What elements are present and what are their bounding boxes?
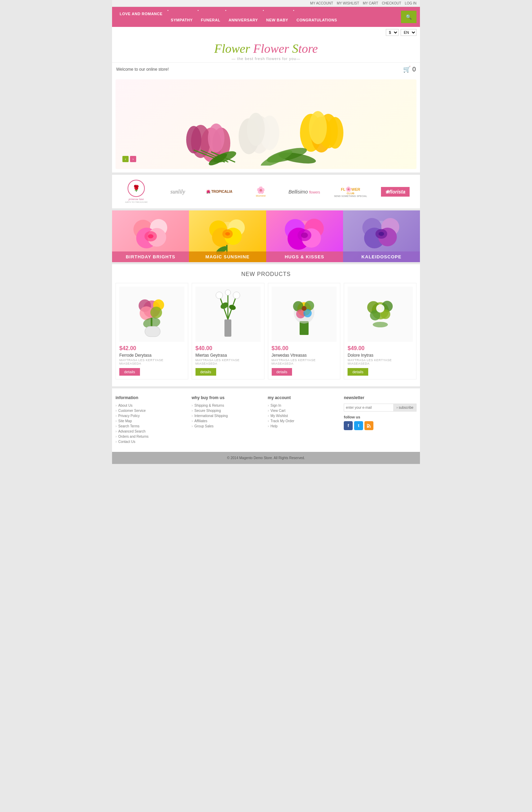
- brand-tropicalia: 🌺 TROPICALIA: [205, 190, 233, 194]
- nav-dot: ●: [167, 9, 169, 11]
- twitter-icon[interactable]: t: [354, 421, 363, 430]
- currency-selector[interactable]: $ €: [386, 29, 399, 36]
- nav-item-new-baby[interactable]: NEW BABY: [262, 13, 292, 27]
- nav-dot: ●: [293, 9, 294, 11]
- category-sunshine[interactable]: MAGIC SUNSHINE: [189, 210, 266, 262]
- brand-flowerclub: FL🌸WER CLUB Send Something Special: [334, 186, 367, 197]
- product-price-3: $36.00: [272, 345, 337, 351]
- details-button-4[interactable]: details: [348, 368, 368, 376]
- footer-link-shipping[interactable]: Shipping & Returns: [192, 404, 264, 407]
- footer-information-title: information: [116, 395, 188, 400]
- footer-link-intl-shipping[interactable]: International Shipping: [192, 414, 264, 418]
- product-svg-4: [358, 288, 403, 340]
- site-logo[interactable]: Flower Flower Store: [112, 41, 420, 56]
- hero-banner-inner: ‹ ›: [116, 79, 416, 169]
- nav-dot: ●: [225, 9, 227, 11]
- product-image-4: [348, 287, 413, 342]
- facebook-icon[interactable]: f: [344, 421, 353, 430]
- category-kaleidoscope[interactable]: KALEIDOSCOPE: [343, 210, 420, 262]
- category-label-sunshine: MAGIC SUNSHINE: [189, 251, 266, 262]
- footer-link-advanced-search[interactable]: Advanced Search: [116, 429, 188, 433]
- tagline: the best fresh flowers for you: [112, 57, 420, 61]
- footer-link-contact[interactable]: Contact Us: [116, 440, 188, 444]
- footer-my-account: my account Sign In View Cart My Wishlist…: [268, 395, 341, 445]
- brand-bellisimo: Bellisimo flowers: [289, 189, 320, 195]
- svg-point-51: [379, 232, 384, 236]
- product-card-2: $40.00 Miertas Geytrasa MAYTRASA LES KER…: [192, 283, 264, 379]
- nav-item-sympathy[interactable]: SYMPATHY: [167, 13, 197, 27]
- svg-point-13: [247, 113, 265, 146]
- details-button-1[interactable]: details: [119, 368, 140, 376]
- category-birthday[interactable]: BIRTHDAY BRIGHTS: [112, 210, 189, 262]
- product-name-4: Dolore Inytras: [348, 353, 413, 358]
- newsletter-subscribe-button[interactable]: › subscribe: [394, 404, 416, 412]
- svg-point-85: [367, 426, 368, 428]
- welcome-text: Welcome to our online store!: [116, 67, 169, 72]
- site-header: Flower Flower Store the best fresh flowe…: [112, 38, 420, 62]
- footer-link-my-wishlist[interactable]: My Wishlist: [268, 414, 341, 418]
- product-svg-3: [282, 288, 327, 340]
- brands-bar: 🌹 primrose lane ARTS TO TREASURE sunlily…: [112, 175, 420, 208]
- details-button-3[interactable]: details: [272, 368, 292, 376]
- banner-next-button[interactable]: ›: [130, 156, 136, 162]
- new-products-section: NEW PRODUCTS $42.00 Ferrode Derytasa MAY…: [112, 264, 420, 386]
- footer-link-privacy[interactable]: Privacy Policy: [116, 414, 188, 418]
- nav-item-anniversary[interactable]: ANNIVERSARY: [224, 13, 262, 27]
- footer-link-sitemap[interactable]: Site Map: [116, 419, 188, 423]
- rss-icon[interactable]: [364, 421, 373, 430]
- product-sub-3: MAYTRASA LES KERTYASE MIASEASEDA: [272, 358, 337, 365]
- footer-link-affiliates[interactable]: Affiliates: [192, 419, 264, 423]
- cart-icon[interactable]: 🛒 0: [403, 66, 416, 73]
- nav-item-love-romance[interactable]: LOVE AND ROMANCE: [116, 7, 167, 21]
- utility-bar: $ € EN FR: [112, 27, 420, 38]
- logo-main: Flower: [214, 42, 250, 56]
- footer-link-track-order[interactable]: Track My Order: [268, 419, 341, 423]
- brand-florista: ❀florista: [381, 187, 410, 197]
- language-selector[interactable]: EN FR: [401, 29, 416, 36]
- svg-rect-60: [224, 319, 231, 337]
- my-cart-link[interactable]: MY CART: [363, 1, 378, 5]
- product-name-3: Jerwedas Vtreasas: [272, 353, 337, 358]
- nav-item-congratulations[interactable]: CONGRATULATIONS: [292, 13, 341, 27]
- footer-link-group-sales[interactable]: Group Sales: [192, 424, 264, 428]
- footer-main: information About Us Customer Service Pr…: [112, 388, 420, 452]
- banner-prev-button[interactable]: ‹: [122, 156, 129, 162]
- svg-point-35: [225, 232, 230, 236]
- product-name-1: Ferrode Derytasa: [119, 353, 184, 358]
- svg-point-66: [233, 292, 240, 299]
- search-button[interactable]: 🔍: [401, 11, 416, 23]
- footer-why-buy-title: why buy from us: [192, 395, 264, 400]
- logo-accent: [250, 42, 253, 56]
- svg-point-17: [309, 111, 327, 144]
- svg-point-84: [378, 306, 381, 309]
- nav-dot: ●: [198, 9, 199, 11]
- footer-link-about[interactable]: About Us: [116, 404, 188, 407]
- footer-link-secure-shopping[interactable]: Secure Shopping: [192, 409, 264, 413]
- footer-link-orders-returns[interactable]: Orders and Returns: [116, 435, 188, 438]
- my-wishlist-link[interactable]: MY WISHLIST: [337, 1, 359, 5]
- footer-link-customer-service[interactable]: Customer Service: [116, 409, 188, 413]
- svg-point-28: [148, 234, 153, 238]
- newsletter-email-input[interactable]: [344, 404, 394, 412]
- copyright-text: © 2014 Magento Demo Store. All Rights Re…: [227, 456, 305, 460]
- category-hugs[interactable]: HUGS & KISSES: [266, 210, 343, 262]
- brand-primrose: 🌹 primrose lane ARTS TO TREASURE: [122, 180, 150, 204]
- product-sub-2: MAYTRASA LES KERTYASE MIASEASEDA: [195, 358, 261, 365]
- details-button-2[interactable]: details: [195, 368, 216, 376]
- footer-link-view-cart[interactable]: View Cart: [268, 409, 341, 413]
- footer-link-search-terms[interactable]: Search Terms: [116, 424, 188, 428]
- product-card-1: $42.00 Ferrode Derytasa MAYTRASA LES KER…: [116, 283, 188, 379]
- login-link[interactable]: LOG IN: [405, 1, 416, 5]
- logo-full: Flower Store: [253, 42, 318, 56]
- product-image-1: [119, 287, 184, 342]
- footer-link-help[interactable]: Help: [268, 424, 341, 428]
- svg-point-76: [302, 306, 307, 311]
- nav-item-funeral[interactable]: FUNERAL: [197, 13, 224, 27]
- product-price-4: $49.00: [348, 345, 413, 351]
- checkout-link[interactable]: CHECKOUT: [382, 1, 401, 5]
- nav-dot: ●: [263, 9, 264, 11]
- my-account-link[interactable]: MY ACCOUNT: [310, 1, 333, 5]
- footer-link-sign-in[interactable]: Sign In: [268, 404, 341, 407]
- product-svg-1: [129, 288, 174, 340]
- main-navigation: LOVE AND ROMANCE ●SYMPATHY ●FUNERAL ●ANN…: [112, 7, 420, 27]
